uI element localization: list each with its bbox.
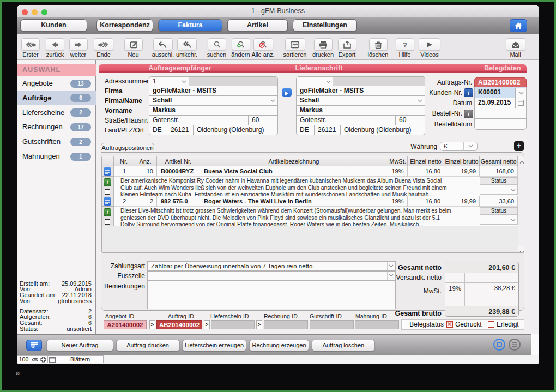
svg-text:?: ? — [403, 41, 407, 49]
